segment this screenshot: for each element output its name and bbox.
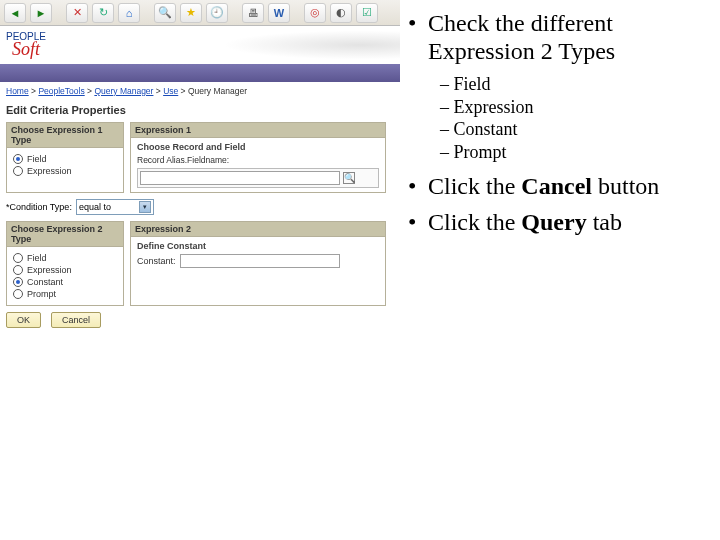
note-2: Click the Cancel button: [408, 173, 712, 201]
note-1-sub-field: Field: [440, 73, 712, 96]
header-swoosh: [200, 28, 400, 62]
forward-icon[interactable]: ►: [30, 3, 52, 23]
browser-toolbar: ◄ ► ✕ ↻ ⌂ 🔍 ★ 🕘 🖶 W ◎ ◐ ☑ PDF _ □ ✕: [0, 0, 400, 26]
top-nav: Home Worklist Help Sign Out: [0, 64, 400, 82]
content-area: Edit Criteria Properties Choose Expressi…: [0, 100, 400, 332]
condition-value: equal to: [79, 202, 111, 212]
note-3: Click the Query tab: [408, 209, 712, 237]
home-icon[interactable]: ⌂: [118, 3, 140, 23]
back-icon[interactable]: ◄: [4, 3, 26, 23]
breadcrumb: Home > PeopleTools > Query Manager > Use…: [0, 82, 400, 100]
expr1-label: Record Alias.Fieldname:: [137, 155, 379, 165]
condition-label: *Condition Type:: [6, 202, 72, 212]
lookup-icon[interactable]: 🔍: [343, 172, 355, 184]
bc-querymgr[interactable]: Query Manager: [94, 86, 153, 96]
print-icon[interactable]: 🖶: [242, 3, 264, 23]
note-1-sub-prompt: Prompt: [440, 141, 712, 164]
expr1-type-panel: Choose Expression 1 Type Field Expressio…: [6, 122, 124, 193]
refresh-icon[interactable]: ↻: [92, 3, 114, 23]
expr2-panel: Expression 2 Define Constant Constant:: [130, 221, 386, 306]
radio-icon: [13, 265, 23, 275]
radio-icon: [13, 289, 23, 299]
note-2b: Cancel: [521, 173, 592, 199]
bc-peopletools[interactable]: PeopleTools: [38, 86, 84, 96]
favorites-icon[interactable]: ★: [180, 3, 202, 23]
expr2-type-constant[interactable]: Constant: [13, 277, 117, 287]
expr2-head: Expression 2: [131, 222, 385, 237]
expr1-head: Expression 1: [131, 123, 385, 138]
expr2-type-expression[interactable]: Expression: [13, 265, 117, 275]
logo-band: PEOPLE Soft: [0, 26, 400, 64]
radio-label: Expression: [27, 265, 72, 275]
expr2-type-panel: Choose Expression 2 Type Field Expressio…: [6, 221, 124, 306]
expr2-type-head: Choose Expression 2 Type: [7, 222, 123, 247]
radio-icon: [13, 277, 23, 287]
instruction-notes: Check the different Expression 2 Types F…: [400, 0, 720, 540]
stop-icon[interactable]: ✕: [66, 3, 88, 23]
radio-icon: [13, 154, 23, 164]
radio-icon: [13, 166, 23, 176]
bc-current: Query Manager: [188, 86, 247, 96]
expr1-type-expression[interactable]: Expression: [13, 166, 117, 176]
radio-label: Expression: [27, 166, 72, 176]
expr1-panel: Expression 1 Choose Record and Field Rec…: [130, 122, 386, 193]
history-icon[interactable]: 🕘: [206, 3, 228, 23]
note-3b: Query: [521, 209, 586, 235]
ext-icon-1[interactable]: ◎: [304, 3, 326, 23]
radio-icon: [13, 253, 23, 263]
ok-button[interactable]: OK: [6, 312, 41, 328]
expr2-type-field[interactable]: Field: [13, 253, 117, 263]
ext-icon-3[interactable]: ☑: [356, 3, 378, 23]
expr1-type-field[interactable]: Field: [13, 154, 117, 164]
radio-label: Constant: [27, 277, 63, 287]
note-1: Check the different Expression 2 Types: [408, 10, 712, 65]
note-3c: tab: [587, 209, 622, 235]
ext-icon-2[interactable]: ◐: [330, 3, 352, 23]
breadcrumb-path: Home > PeopleTools > Query Manager > Use…: [6, 86, 247, 96]
expr1-field-row: 🔍: [137, 168, 379, 188]
condition-type-select[interactable]: equal to ▾: [76, 199, 154, 215]
chevron-down-icon: ▾: [139, 201, 151, 213]
expr2-type-prompt[interactable]: Prompt: [13, 289, 117, 299]
constant-input[interactable]: [180, 254, 340, 268]
note-3a: Click the: [428, 209, 521, 235]
note-2c: button: [592, 173, 659, 199]
condition-row: *Condition Type: equal to ▾: [6, 199, 394, 215]
note-1-sub-expression: Expression: [440, 96, 712, 119]
expr1-type-head: Choose Expression 1 Type: [7, 123, 123, 148]
constant-label: Constant:: [137, 256, 176, 266]
expr1-subhead: Choose Record and Field: [137, 142, 379, 152]
bc-use[interactable]: Use: [163, 86, 178, 96]
expr2-subhead: Define Constant: [137, 241, 379, 251]
record-fieldname-input[interactable]: [140, 171, 340, 185]
logo-bottom: Soft: [6, 42, 46, 57]
radio-label: Field: [27, 253, 47, 263]
radio-label: Prompt: [27, 289, 56, 299]
radio-label: Field: [27, 154, 47, 164]
peoplesoft-logo: PEOPLE Soft: [6, 33, 46, 57]
word-icon[interactable]: W: [268, 3, 290, 23]
search-icon[interactable]: 🔍: [154, 3, 176, 23]
page-title: Edit Criteria Properties: [6, 104, 394, 116]
note-1-sub-constant: Constant: [440, 118, 712, 141]
note-2a: Click the: [428, 173, 521, 199]
cancel-button[interactable]: Cancel: [51, 312, 101, 328]
bc-home[interactable]: Home: [6, 86, 29, 96]
